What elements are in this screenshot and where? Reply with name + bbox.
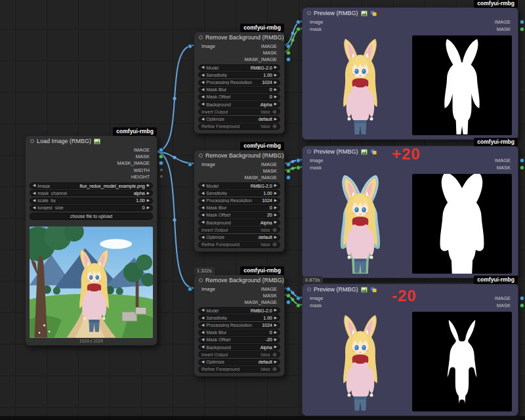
preview-node-2[interactable]: comfyui-rmbg +20 Preview (RMBG) imageIMA… [302,146,518,278]
widget-mask-blur[interactable]: ◀Mask Blur0▶ [198,329,280,336]
arrow-left-icon[interactable]: ◀ [201,184,204,188]
arrow-left-icon[interactable]: ◀ [201,331,204,335]
output-dot-mask[interactable] [287,51,290,54]
widget-longest-side[interactable]: ◀longest_side0▶ [30,205,153,211]
widget-mask-blur[interactable]: ◀Mask Blur0▶ [198,87,280,93]
output-dot-image[interactable] [520,20,524,24]
output-dot-mask-image[interactable] [287,176,290,179]
arrow-right-icon[interactable]: ▶ [274,213,277,217]
input-dot-image[interactable] [297,297,300,300]
arrow-right-icon[interactable]: ▶ [274,88,277,92]
output-dot-mask[interactable] [520,166,524,169]
arrow-right-icon[interactable]: ▶ [274,184,277,188]
arrow-left-icon[interactable]: ◀ [201,88,204,92]
arrow-left-icon[interactable]: ◀ [201,117,204,121]
collapse-dot-icon[interactable] [307,11,311,15]
remove-background-node-1[interactable]: comfyui-rmbg Remove Background (RMBG) Im… [194,32,285,134]
widget-mask-blur[interactable]: ◀Mask Blur0▶ [198,205,280,211]
output-dot-mask[interactable] [287,294,290,297]
arrow-right-icon[interactable]: ▶ [147,199,150,203]
collapse-dot-icon[interactable] [199,35,203,39]
widget-refine-foreground[interactable]: Refine Foregroundfalse [198,123,280,130]
arrow-right-icon[interactable]: ▶ [147,206,150,210]
input-dot-image[interactable] [188,287,192,291]
arrow-right-icon[interactable]: ▶ [274,324,277,327]
arrow-right-icon[interactable]: ▶ [274,308,277,312]
output-dot-image[interactable] [159,148,163,152]
widget-sensitivity[interactable]: ◀Sensitivity1.00▶ [198,314,280,321]
remove-background-node-2[interactable]: comfyui-rmbg Remove Background (RMBG) Im… [194,150,285,252]
arrow-right-icon[interactable]: ▶ [274,102,277,106]
arrow-right-icon[interactable]: ▶ [274,345,277,349]
widget-model[interactable]: ◀ModelRMBG-2.0▶ [198,182,280,189]
input-dot-mask[interactable] [297,166,300,169]
output-dot-image[interactable] [287,45,290,48]
arrow-right-icon[interactable]: ▶ [274,316,277,320]
widget-invert-output[interactable]: Invert Outputfalse [198,108,280,115]
arrow-right-icon[interactable]: ▶ [274,360,277,364]
arrow-left-icon[interactable]: ◀ [201,192,204,196]
widget-background[interactable]: ◀BackgroundAlpha▶ [198,101,280,108]
arrow-left-icon[interactable]: ◀ [201,220,204,224]
widget-invert-output[interactable]: Invert Outputfalse [198,226,280,233]
output-dot-mask[interactable] [159,155,163,158]
toggle-knob-icon[interactable] [272,228,277,232]
arrow-left-icon[interactable]: ◀ [201,236,204,240]
widget-model[interactable]: ◀ModelRMBG-2.0▶ [198,307,280,314]
widget-processing-resolution[interactable]: ◀Processing Resolution1024▶ [198,79,280,86]
arrow-left-icon[interactable]: ◀ [201,102,204,106]
load-image-node-titlebar[interactable]: Load Image (RMBG) [26,136,157,146]
arrow-left-icon[interactable]: ◀ [201,360,204,364]
rb2-titlebar[interactable]: Remove Background (RMBG) [194,150,284,161]
widget-model[interactable]: ◀ModelRMBG-2.0▶ [198,64,280,71]
load-image-node[interactable]: comfyui-rmbg Load Image (RMBG) IMAGE MAS… [25,135,158,346]
widget-optimize[interactable]: ◀Optimizedefault▶ [198,234,280,241]
output-dot-image[interactable] [520,159,524,162]
output-dot-mask-image[interactable] [159,161,163,165]
arrow-left-icon[interactable]: ◀ [201,345,204,349]
arrow-left-icon[interactable]: ◀ [201,213,204,217]
collapse-dot-icon[interactable] [199,278,203,282]
input-dot-image[interactable] [297,159,300,162]
loaded-image-thumbnail[interactable] [30,226,153,338]
output-dot-mask[interactable] [287,169,290,173]
widget-processing-resolution[interactable]: ◀Processing Resolution1024▶ [198,198,280,204]
widget-invert-output[interactable]: Invert Outputfalse [198,351,280,358]
widget-optimize[interactable]: ◀Optimizedefault▶ [198,116,280,123]
arrow-left-icon[interactable]: ◀ [201,324,204,327]
widget-background[interactable]: ◀BackgroundAlpha▶ [198,219,280,226]
remove-background-node-3[interactable]: 1.322s comfyui-rmbg Remove Background (R… [194,274,285,377]
widget-mask-offset[interactable]: ◀Mask Offset0▶ [198,94,280,100]
input-dot-mask[interactable] [297,28,300,31]
collapse-dot-icon[interactable] [199,154,203,158]
widget-optimize[interactable]: ◀Optimizedefault▶ [198,359,280,366]
output-dot-height[interactable] [160,175,163,178]
arrow-right-icon[interactable]: ▶ [274,199,277,203]
upload-button[interactable]: choose file to upload [30,213,153,220]
arrow-left-icon[interactable]: ◀ [33,184,35,188]
input-dot-image[interactable] [297,20,300,24]
input-dot-image[interactable] [188,45,192,48]
arrow-left-icon[interactable]: ◀ [201,308,204,312]
input-dot-image[interactable] [188,163,192,166]
rb1-titlebar[interactable]: Remove Background (RMBG) [194,32,284,43]
output-dot-mask[interactable] [520,28,524,31]
arrow-right-icon[interactable]: ▶ [274,95,277,99]
widget-refine-foreground[interactable]: Refine Foregroundfalse [198,242,280,248]
node-graph-canvas[interactable]: comfyui-rmbg Load Image (RMBG) IMAGE MAS… [0,0,525,420]
collapse-dot-icon[interactable] [30,139,34,143]
preview-node-3[interactable]: 0.873s comfyui-rmbg -20 Preview (RMBG) i… [302,284,518,416]
toggle-knob-icon[interactable] [272,367,277,371]
arrow-left-icon[interactable]: ◀ [201,81,204,85]
output-dot-image[interactable] [520,297,524,300]
arrow-left-icon[interactable]: ◀ [33,206,35,210]
preview1-titlebar[interactable]: Preview (RMBG) [303,8,518,18]
arrow-right-icon[interactable]: ▶ [274,74,277,77]
arrow-right-icon[interactable]: ▶ [274,66,277,70]
arrow-left-icon[interactable]: ◀ [201,95,204,99]
arrow-right-icon[interactable]: ▶ [274,81,277,85]
widget-mask-offset[interactable]: ◀Mask Offset20▶ [198,212,280,219]
widget-mask-channel[interactable]: ◀mask_channelalpha▶ [30,190,153,196]
arrow-left-icon[interactable]: ◀ [201,74,204,77]
arrow-right-icon[interactable]: ▶ [274,192,277,196]
